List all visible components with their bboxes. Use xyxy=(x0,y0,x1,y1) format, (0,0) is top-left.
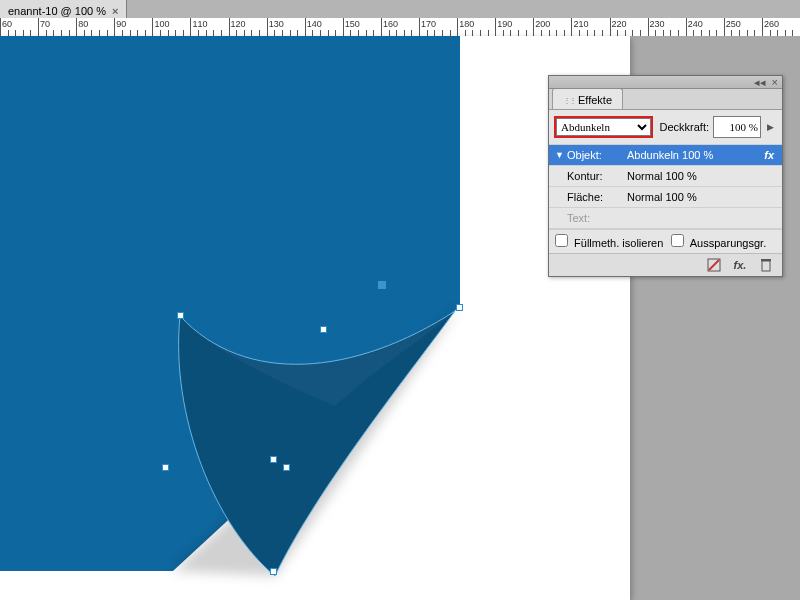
target-key: Text: xyxy=(567,212,627,224)
target-value: Normal 100 % xyxy=(627,170,776,182)
fx-icon[interactable]: fx. xyxy=(732,257,748,273)
effects-target-row[interactable]: Fläche:Normal 100 % xyxy=(549,187,782,208)
selection-center-icon xyxy=(378,281,386,289)
effects-panel: ◂◂ × ⋮⋮ Effekte Abdunkeln Deckkraft: ▶ ▼… xyxy=(548,75,783,277)
artboard[interactable] xyxy=(0,36,630,600)
target-key: Kontur: xyxy=(567,170,627,182)
effects-target-row[interactable]: Text: xyxy=(549,208,782,229)
isolate-blending-checkbox[interactable]: Füllmeth. isolieren xyxy=(555,234,663,249)
panel-footer-icons: fx. xyxy=(549,253,782,276)
panel-tab-row: ⋮⋮ Effekte xyxy=(549,89,782,110)
blend-opacity-row: Abdunkeln Deckkraft: ▶ xyxy=(549,110,782,145)
document-tab[interactable]: enannt-10 @ 100 % × xyxy=(0,0,127,20)
panel-options-row: Füllmeth. isolieren Aussparungsgr. xyxy=(549,229,782,253)
opacity-label: Deckkraft: xyxy=(659,121,709,133)
grip-icon: ⋮⋮ xyxy=(563,96,575,105)
anchor-point[interactable] xyxy=(270,456,277,463)
anchor-point[interactable] xyxy=(162,464,169,471)
svg-rect-2 xyxy=(762,261,770,271)
target-key: Fläche: xyxy=(567,191,627,203)
anchor-point[interactable] xyxy=(456,304,463,311)
panel-titlebar[interactable]: ◂◂ × xyxy=(549,76,782,89)
fx-badge-icon: fx xyxy=(764,149,776,161)
anchor-point[interactable] xyxy=(177,312,184,319)
panel-close-icon[interactable]: × xyxy=(772,76,778,89)
blue-page[interactable] xyxy=(0,36,460,571)
panel-tab-label: Effekte xyxy=(578,94,612,106)
effects-target-list: ▼Objekt:Abdunkeln 100 %fxKontur:Normal 1… xyxy=(549,145,782,229)
svg-line-1 xyxy=(709,260,719,270)
target-key: Objekt: xyxy=(567,149,627,161)
anchor-point[interactable] xyxy=(270,568,277,575)
opacity-input[interactable] xyxy=(713,116,761,138)
blend-mode-select[interactable]: Abdunkeln xyxy=(556,118,651,136)
anchor-point[interactable] xyxy=(320,326,327,333)
anchor-point[interactable] xyxy=(283,464,290,471)
panel-collapse-icon[interactable]: ◂◂ xyxy=(754,76,766,89)
effects-target-row[interactable]: Kontur:Normal 100 % xyxy=(549,166,782,187)
knockout-group-checkbox[interactable]: Aussparungsgr. xyxy=(671,234,766,249)
effects-target-row[interactable]: ▼Objekt:Abdunkeln 100 %fx xyxy=(549,145,782,166)
trash-icon[interactable] xyxy=(758,257,774,273)
svg-rect-3 xyxy=(761,259,771,261)
horizontal-ruler: 6070809010011012013014015016017018019020… xyxy=(0,18,800,37)
target-value: Normal 100 % xyxy=(627,191,776,203)
panel-tab-effects[interactable]: ⋮⋮ Effekte xyxy=(552,88,623,109)
target-value: Abdunkeln 100 % xyxy=(627,149,764,161)
twisty-icon: ▼ xyxy=(555,150,567,160)
close-icon[interactable]: × xyxy=(112,5,118,17)
opacity-flyout-icon[interactable]: ▶ xyxy=(765,122,776,132)
clear-effects-icon[interactable] xyxy=(706,257,722,273)
document-tabstrip: enannt-10 @ 100 % × xyxy=(0,0,800,19)
document-tab-label: enannt-10 @ 100 % xyxy=(8,5,106,17)
